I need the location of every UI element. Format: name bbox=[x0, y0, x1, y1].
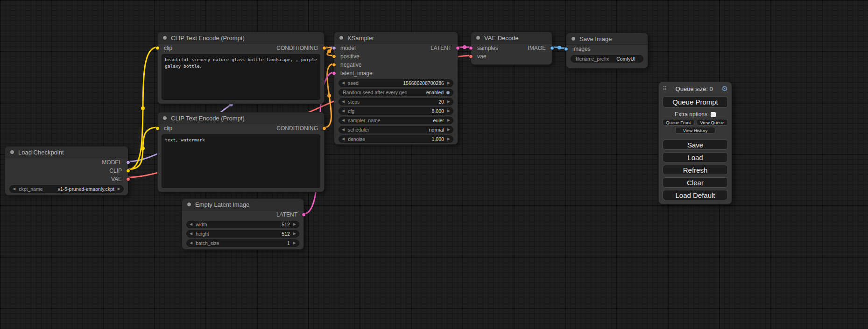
node-ksampler[interactable]: KSampler model LATENT positive negative … bbox=[334, 32, 458, 145]
output-slot-model[interactable] bbox=[126, 161, 130, 165]
node-title-bar[interactable]: CLIP Text Encode (Prompt) bbox=[158, 32, 324, 44]
collapse-dot-icon[interactable] bbox=[162, 116, 167, 120]
widget-value: 1.000 bbox=[432, 136, 444, 142]
node-title-bar[interactable]: Empty Latent Image bbox=[182, 199, 303, 210]
view-history-button[interactable]: View History bbox=[675, 127, 716, 133]
node-load-checkpoint[interactable]: Load Checkpoint MODEL CLIP VAE ◀ ckpt_na… bbox=[5, 146, 128, 196]
widget-name: filename_prefix bbox=[576, 56, 609, 62]
output-label-clip: CLIP bbox=[109, 168, 122, 174]
node-title-bar[interactable]: Load Checkpoint bbox=[5, 147, 128, 158]
toggle-dot-icon[interactable] bbox=[446, 91, 450, 95]
output-slot-conditioning[interactable] bbox=[322, 126, 326, 131]
decrement-arrow-icon[interactable]: ◀ bbox=[342, 128, 345, 132]
widget-sampler-name[interactable]: ◀ sampler_name euler ▶ bbox=[339, 117, 453, 124]
decrement-arrow-icon[interactable]: ◀ bbox=[342, 81, 345, 85]
widget-ckpt-name[interactable]: ◀ ckpt_name v1-5-pruned-emaonly.ckpt ▶ bbox=[9, 185, 124, 193]
node-canvas[interactable]: Load Checkpoint MODEL CLIP VAE ◀ ckpt_na… bbox=[0, 0, 868, 329]
input-slot-clip[interactable] bbox=[155, 126, 160, 131]
queue-front-button[interactable]: Queue Front bbox=[663, 119, 694, 126]
slot-row: positive bbox=[334, 52, 458, 61]
collapse-dot-icon[interactable] bbox=[187, 202, 191, 207]
decrement-arrow-icon[interactable]: ◀ bbox=[342, 109, 345, 113]
increment-arrow-icon[interactable]: ▶ bbox=[447, 137, 450, 141]
load-button[interactable]: Load bbox=[663, 152, 728, 162]
decrement-arrow-icon[interactable]: ◀ bbox=[190, 223, 192, 226]
input-slot-images[interactable] bbox=[564, 47, 568, 51]
node-clip-text-encode-positive[interactable]: CLIP Text Encode (Prompt) clip CONDITION… bbox=[157, 32, 325, 104]
widget-scheduler[interactable]: ◀ scheduler normal ▶ bbox=[339, 126, 453, 133]
increment-arrow-icon[interactable]: ▶ bbox=[447, 119, 450, 122]
collapse-dot-icon[interactable] bbox=[10, 150, 14, 154]
load-default-button[interactable]: Load Default bbox=[663, 190, 728, 200]
widget-height[interactable]: ◀ height 512 ▶ bbox=[186, 230, 299, 238]
prompt-textarea[interactable]: beautiful scenery nature glass bottle la… bbox=[162, 54, 320, 100]
output-slot-vae[interactable] bbox=[126, 177, 130, 182]
increment-arrow-icon[interactable]: ▶ bbox=[447, 100, 450, 104]
decrement-arrow-icon[interactable]: ◀ bbox=[190, 241, 192, 245]
increment-arrow-icon[interactable]: ▶ bbox=[447, 109, 450, 113]
decrement-arrow-icon[interactable]: ◀ bbox=[342, 119, 345, 122]
collapse-dot-icon[interactable] bbox=[476, 35, 480, 40]
view-queue-button[interactable]: View Queue bbox=[697, 119, 728, 126]
clear-button[interactable]: Clear bbox=[663, 177, 728, 188]
node-empty-latent-image[interactable]: Empty Latent Image LATENT ◀ width 512 ▶ … bbox=[182, 198, 304, 250]
node-title-bar[interactable]: KSampler bbox=[334, 32, 458, 44]
widget-value: 512 bbox=[282, 222, 290, 227]
widget-value: 156680208700286 bbox=[403, 80, 444, 86]
increment-arrow-icon[interactable]: ▶ bbox=[293, 223, 296, 226]
input-slot-clip[interactable] bbox=[155, 46, 160, 50]
prompt-textarea[interactable]: text, watermark bbox=[162, 134, 320, 188]
input-slot-model[interactable] bbox=[332, 46, 336, 50]
output-slot-latent[interactable] bbox=[456, 46, 460, 50]
drag-handle-icon[interactable]: ⠿ bbox=[663, 85, 667, 92]
widget-filename-prefix[interactable]: filename_prefix ComfyUI bbox=[571, 55, 643, 63]
widget-cfg[interactable]: ◀ cfg 8.000 ▶ bbox=[339, 107, 453, 115]
node-title: VAE Decode bbox=[484, 35, 518, 42]
input-slot-vae[interactable] bbox=[469, 55, 473, 59]
widget-value: 20 bbox=[438, 99, 444, 105]
output-label-model: MODEL bbox=[102, 159, 122, 166]
node-title: Empty Latent Image bbox=[195, 201, 249, 208]
node-vae-decode[interactable]: VAE Decode samples IMAGE vae bbox=[471, 32, 552, 65]
input-label-samples: samples bbox=[477, 45, 498, 51]
queue-prompt-button[interactable]: Queue Prompt bbox=[663, 96, 728, 108]
increment-arrow-icon[interactable]: ▶ bbox=[293, 232, 296, 236]
output-slot-latent[interactable] bbox=[302, 213, 306, 217]
input-slot-latent-image[interactable] bbox=[332, 71, 336, 76]
increment-arrow-icon[interactable]: ▶ bbox=[293, 241, 296, 245]
widget-random-seed-toggle[interactable]: Random seed after every gen enabled bbox=[339, 89, 453, 96]
save-button[interactable]: Save bbox=[663, 140, 728, 150]
widget-width[interactable]: ◀ width 512 ▶ bbox=[186, 221, 299, 228]
widget-seed[interactable]: ◀ seed 156680208700286 ▶ bbox=[339, 79, 453, 87]
widget-steps[interactable]: ◀ steps 20 ▶ bbox=[339, 98, 453, 105]
decrement-arrow-icon[interactable]: ◀ bbox=[342, 137, 345, 141]
refresh-button[interactable]: Refresh bbox=[663, 165, 728, 175]
widget-name: batch_size bbox=[196, 240, 219, 246]
input-slot-positive[interactable] bbox=[332, 55, 336, 59]
decrement-arrow-icon[interactable]: ◀ bbox=[190, 232, 192, 236]
output-slot-clip[interactable] bbox=[126, 169, 130, 173]
increment-arrow-icon[interactable]: ▶ bbox=[118, 187, 120, 191]
collapse-dot-icon[interactable] bbox=[339, 35, 344, 40]
settings-gear-icon[interactable]: ⚙ bbox=[722, 84, 728, 93]
output-slot-conditioning[interactable] bbox=[322, 46, 326, 50]
decrement-arrow-icon[interactable]: ◀ bbox=[342, 100, 345, 104]
output-slot-image[interactable] bbox=[550, 46, 554, 50]
input-label-latent-image: latent_image bbox=[340, 70, 373, 77]
collapse-dot-icon[interactable] bbox=[571, 36, 576, 41]
node-save-image[interactable]: Save Image images filename_prefix ComfyU… bbox=[566, 33, 648, 69]
node-title-bar[interactable]: CLIP Text Encode (Prompt) bbox=[158, 112, 324, 124]
node-title-bar[interactable]: VAE Decode bbox=[471, 32, 552, 44]
input-slot-negative[interactable] bbox=[332, 63, 336, 67]
node-title-bar[interactable]: Save Image bbox=[566, 33, 648, 45]
widget-denoise[interactable]: ◀ denoise 1.000 ▶ bbox=[339, 135, 453, 143]
increment-arrow-icon[interactable]: ▶ bbox=[447, 128, 450, 132]
input-label-negative: negative bbox=[340, 62, 361, 68]
extra-options-checkbox[interactable] bbox=[711, 112, 716, 117]
input-slot-samples[interactable] bbox=[469, 46, 473, 50]
increment-arrow-icon[interactable]: ▶ bbox=[447, 81, 450, 85]
node-clip-text-encode-negative[interactable]: CLIP Text Encode (Prompt) clip CONDITION… bbox=[157, 112, 325, 192]
widget-batch-size[interactable]: ◀ batch_size 1 ▶ bbox=[186, 239, 299, 247]
collapse-dot-icon[interactable] bbox=[162, 35, 167, 40]
decrement-arrow-icon[interactable]: ◀ bbox=[13, 187, 15, 191]
